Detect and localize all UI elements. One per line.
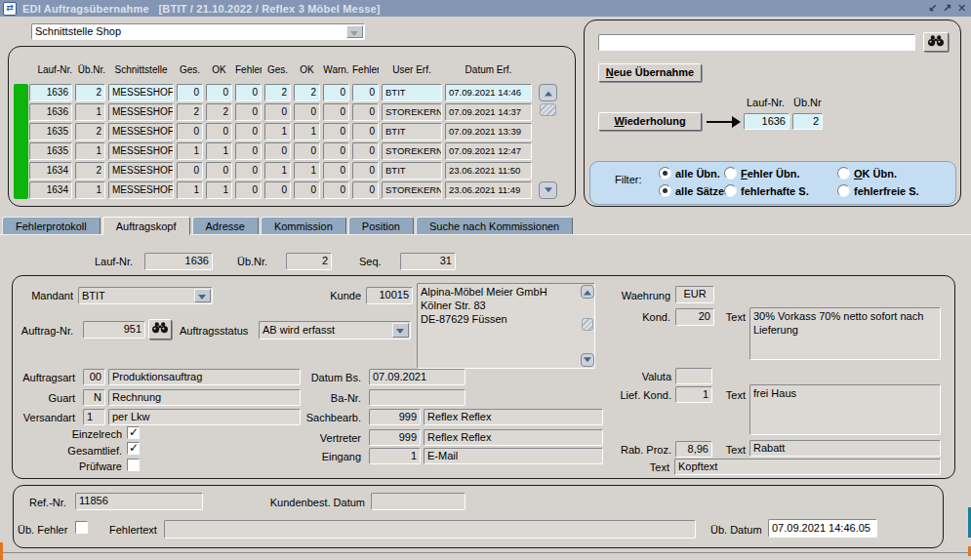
table-cell[interactable]: 2 [206,103,232,121]
record-seq-field[interactable]: 31 [400,253,456,270]
gesamtlief-checkbox[interactable] [127,442,140,455]
table-cell[interactable]: 1634 [29,181,72,199]
radio-fehler-uebn[interactable]: Fehler Übn. [724,167,800,180]
table-cell[interactable]: 0 [294,103,320,121]
guart-code-field[interactable]: N [83,389,105,406]
table-cell[interactable]: 0 [206,84,232,101]
table-cell[interactable]: 0 [177,123,203,140]
table-cell[interactable]: 07.09.2021 13:39 [445,123,532,140]
table-cell[interactable]: 1 [177,142,203,160]
fehlertext-field[interactable] [164,520,696,539]
table-cell[interactable]: 0 [235,103,262,121]
address-scroll-up-button[interactable] [581,285,594,299]
chevron-down-icon[interactable] [194,289,211,302]
table-cell[interactable]: MESSESHOF [108,123,174,140]
ueb-datum-field[interactable]: 07.09.2021 14:46.05 [768,519,877,538]
table-cell[interactable]: 0 [352,142,379,160]
dock-icon[interactable]: ↙ [925,0,940,16]
scroll-up-button[interactable] [539,84,557,101]
table-cell[interactable]: 0 [294,181,320,199]
table-cell[interactable]: 0 [177,84,203,101]
radio-fehlerfreie-s[interactable]: fehlerfreie S. [837,184,919,197]
table-cell[interactable]: 07.09.2021 12:47 [445,142,532,160]
table-cell[interactable]: 0 [352,162,379,180]
table-cell[interactable]: 0 [352,84,379,101]
table-cell[interactable]: 2 [75,84,105,101]
vertreter-text-field[interactable]: Reflex Reflex [424,429,603,446]
table-cell[interactable]: MESSESHOF [108,84,174,101]
table-cell[interactable]: 23.06.2021 11:50 [445,162,532,180]
table-row[interactable]: 16362MESSESHOF0002200BTIT07.09.2021 14:4… [29,84,535,101]
table-row[interactable]: 16341MESSESHOF1100000STOREKERN23.06.2021… [29,181,535,199]
table-cell[interactable]: 07.09.2021 14:37 [445,103,532,121]
table-cell[interactable]: 0 [352,181,379,199]
valuta-field[interactable] [675,368,712,384]
table-cell[interactable]: 0 [352,103,379,121]
table-row[interactable]: 16342MESSESHOF0001100BTIT23.06.2021 11:5… [29,162,535,180]
tab-kommission[interactable]: Kommission [261,217,346,235]
kundenbest-field[interactable] [371,493,465,510]
table-cell[interactable]: 1 [206,142,232,160]
tab-auftragskopf[interactable]: Auftragskopf [102,217,190,235]
auftrag-nr-field[interactable]: 951 [83,321,145,339]
table-cell[interactable]: 0 [264,142,291,160]
table-cell[interactable]: 1636 [29,103,72,121]
chevron-down-icon[interactable] [346,25,363,38]
table-row[interactable]: 16361MESSESHOF2200000STOREKERN07.09.2021… [29,103,535,121]
record-lauf-field[interactable]: 1636 [144,253,213,270]
tab-position[interactable]: Position [348,217,414,235]
address-scroll-grip[interactable] [582,318,593,331]
table-cell[interactable]: 1 [294,162,320,180]
table-cell[interactable]: MESSESHOF [108,162,174,180]
table-cell[interactable]: 0 [323,142,349,160]
table-cell[interactable]: MESSESHOF [108,103,174,121]
kunde-address-box[interactable]: Alpina-Möbel Meier GmbH Kölner Str. 83 D… [417,283,595,369]
rab-proz-field[interactable]: 8,96 [675,441,712,458]
waehrung-field[interactable]: EUR [675,286,714,303]
table-cell[interactable]: 1635 [29,142,72,160]
table-cell[interactable]: 1 [75,181,105,199]
scroll-down-button[interactable] [539,181,557,199]
table-cell[interactable]: BTIT [382,84,442,101]
new-takeover-button[interactable]: Neue Übernahme [598,63,702,82]
table-cell[interactable]: 0 [235,123,262,140]
table-cell[interactable]: 1 [294,123,320,140]
table-cell[interactable]: 0 [235,162,262,180]
table-cell[interactable]: 0 [235,181,262,199]
radio-fehlerhafte-s[interactable]: fehlerhafte S. [724,184,809,197]
versandart-text-field[interactable]: per Lkw [108,409,301,425]
radio-ok-uebn[interactable]: OK Übn. [837,167,897,180]
table-cell[interactable]: 0 [323,181,349,199]
table-cell[interactable]: BTIT [382,162,442,180]
search-input[interactable] [598,34,915,51]
eingang-code-field[interactable]: 1 [369,448,421,464]
repeat-ueb-field[interactable]: 2 [792,113,823,130]
table-row[interactable]: 16351MESSESHOF1100000STOREKERN07.09.2021… [29,142,535,160]
maximize-icon[interactable]: ↗ [940,0,954,16]
table-cell[interactable]: 1 [264,123,291,140]
guart-text-field[interactable]: Rechnung [108,389,301,406]
chevron-down-icon[interactable] [392,323,409,338]
rab-text-field[interactable]: Rabatt [749,440,941,457]
radio-alle-saetze[interactable]: alle Sätze [659,184,724,197]
table-cell[interactable]: 0 [235,142,262,160]
table-cell[interactable]: STOREKERN [382,103,442,121]
table-cell[interactable]: 1 [75,142,105,160]
search-button[interactable] [923,32,949,52]
sachbearb-text-field[interactable]: Reflex Reflex [424,409,603,425]
table-cell[interactable]: 0 [235,84,262,101]
table-cell[interactable]: 1 [75,103,105,121]
auftragsstatus-select[interactable]: AB wird erfasst [259,321,411,340]
kond-field[interactable]: 20 [675,308,714,326]
sachbearb-code-field[interactable]: 999 [369,409,421,425]
radio-alle-uebn[interactable]: alle Übn. [659,167,720,180]
vertreter-code-field[interactable]: 999 [369,429,421,446]
tab-adresse[interactable]: Adresse [192,217,259,235]
close-icon[interactable]: ✕ [954,0,969,16]
ueb-fehler-checkbox[interactable] [75,521,88,534]
table-cell[interactable]: 0 [352,123,379,140]
table-cell[interactable]: 23.06.2021 11:49 [445,181,532,199]
versandart-code-field[interactable]: 1 [83,409,105,425]
record-ueb-field[interactable]: 2 [286,253,332,270]
lief-text-box[interactable]: frei Haus [749,384,941,435]
